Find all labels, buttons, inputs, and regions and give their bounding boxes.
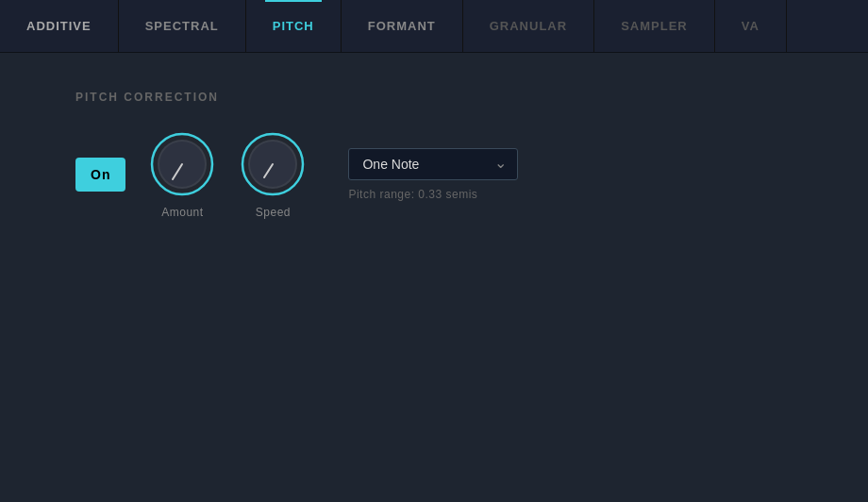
tab-va[interactable]: VA — [715, 0, 787, 52]
speed-knob-label: Speed — [256, 206, 291, 219]
tab-spectral[interactable]: SPECTRAL — [119, 0, 246, 52]
note-mode-select[interactable]: One NoteScaleChromatic — [348, 148, 518, 180]
pitch-range-text: Pitch range: 0.33 semis — [348, 188, 518, 201]
dropdown-area: One NoteScaleChromatic Pitch range: 0.33… — [348, 148, 518, 201]
tab-granular[interactable]: GRANULAR — [463, 0, 594, 52]
amount-knob-container: Amount — [148, 130, 216, 219]
controls-row: On Amount — [75, 130, 793, 219]
tab-pitch[interactable]: PITCH — [246, 0, 342, 52]
amount-knob-label: Amount — [161, 206, 203, 219]
tab-sampler[interactable]: SAMPLER — [594, 0, 715, 52]
on-button[interactable]: On — [75, 158, 125, 192]
speed-knob-container: Speed — [239, 130, 307, 219]
section-title: PITCH CORRECTION — [75, 91, 793, 104]
amount-knob[interactable] — [148, 130, 216, 198]
main-content: PITCH CORRECTION On Amount — [0, 53, 868, 502]
dropdown-wrapper[interactable]: One NoteScaleChromatic — [348, 148, 518, 180]
speed-knob[interactable] — [239, 130, 307, 198]
tab-bar: ADDITIVESPECTRALPITCHFORMANTGRANULARSAMP… — [0, 0, 868, 53]
tab-additive[interactable]: ADDITIVE — [0, 0, 119, 52]
tab-formant[interactable]: FORMANT — [342, 0, 463, 52]
